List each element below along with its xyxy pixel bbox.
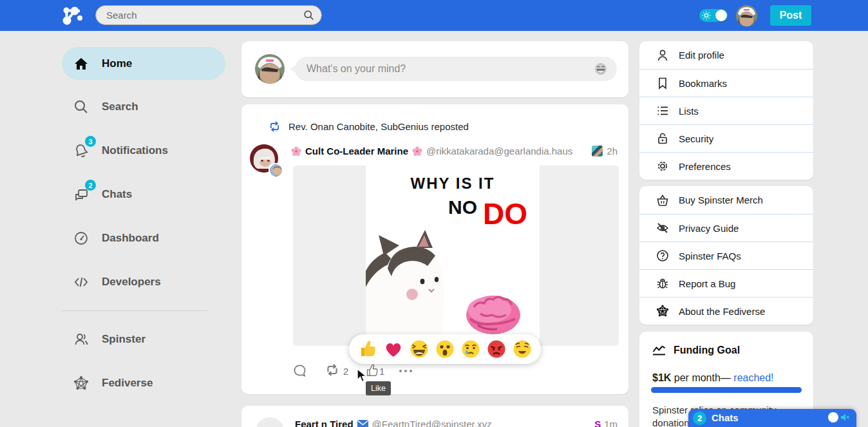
reaction-picker — [349, 334, 541, 364]
emoji-picker-icon[interactable] — [594, 62, 608, 76]
reaction-thumbs-up-icon[interactable] — [358, 339, 377, 359]
meme-text-line1: WHY IS IT — [366, 175, 540, 193]
chats-sound-toggle[interactable] — [828, 412, 850, 422]
current-user-avatar[interactable] — [736, 5, 757, 26]
home-icon — [73, 56, 89, 71]
post-media[interactable]: WHY IS IT NO DO — [293, 166, 619, 346]
sidebar-item-home[interactable]: Home — [62, 47, 225, 80]
menu-item-bookmarks[interactable]: Bookmarks — [639, 69, 813, 97]
speaker-mute-icon — [840, 412, 850, 422]
funding-period: per month — [671, 372, 720, 383]
menu-item-label: Security — [679, 133, 713, 144]
composer-card: What's on your mind? — [241, 41, 628, 97]
lock-icon — [656, 132, 669, 145]
flower-emoji — [412, 146, 422, 157]
chats-popup-badge: 2 — [693, 412, 706, 425]
post-card: Rev. Onan Canobite, SubGenius reposted — [241, 104, 628, 394]
search-icon[interactable] — [303, 10, 314, 21]
spinster-logo-icon[interactable] — [61, 5, 84, 26]
composer-avatar[interactable] — [255, 54, 285, 84]
menu-item-merch[interactable]: Buy Spinster Merch — [639, 186, 813, 214]
sound-toggle-knob — [828, 412, 838, 422]
reaction-angry-icon[interactable] — [487, 339, 506, 359]
funding-amount: $1K — [652, 372, 671, 383]
site-menu-card: Buy Spinster Merch Privacy Guide Spinste… — [639, 186, 813, 325]
chats-popup[interactable]: 2 Chats — [688, 409, 856, 427]
post-timestamp[interactable]: 2h — [607, 146, 618, 157]
post-author-line[interactable]: Cult Co-Leader Marine @rikkatakarada@gea… — [291, 146, 619, 157]
repost-count: 2 — [343, 366, 348, 377]
menu-item-edit-profile[interactable]: Edit profile — [639, 41, 813, 69]
sidebar-item-search[interactable]: Search — [62, 97, 225, 117]
funding-goal-title: Funding Goal — [674, 345, 740, 356]
comment-button[interactable] — [293, 364, 307, 377]
repost-button[interactable] — [325, 364, 339, 376]
cat-brain-illustration — [366, 166, 540, 346]
menu-item-label: Buy Spinster Merch — [679, 195, 763, 205]
sidebar-item-label: Chats — [102, 188, 132, 201]
search-input[interactable] — [95, 5, 322, 25]
meme-image: WHY IS IT NO DO — [366, 166, 540, 346]
menu-item-about-fediverse[interactable]: About the Fediverse — [639, 297, 813, 325]
composer-placeholder: What's on your mind? — [307, 63, 594, 75]
menu-item-label: Lists — [679, 106, 699, 117]
reaction-heart-icon[interactable] — [384, 339, 403, 359]
sun-icon — [702, 11, 711, 20]
eye-slash-icon — [656, 222, 669, 234]
repost-context-text: Rev. Onan Canobite, SubGenius reposted — [288, 121, 469, 132]
theme-toggle[interactable] — [699, 9, 728, 22]
menu-item-privacy-guide[interactable]: Privacy Guide — [639, 214, 813, 242]
instance-emoji-icon — [592, 146, 603, 157]
reposter-avatar[interactable] — [269, 163, 283, 178]
basket-icon — [656, 194, 669, 207]
meme-text-line2: NO — [448, 196, 477, 218]
bug-icon — [656, 277, 669, 290]
next-post-author-name[interactable]: Feart n Tired — [295, 419, 354, 427]
question-circle-icon — [656, 249, 669, 262]
next-post-timestamp[interactable]: 1m — [604, 419, 618, 427]
next-post-badge: S — [594, 419, 601, 427]
code-icon — [73, 274, 89, 290]
funding-reached-link[interactable]: reached! — [733, 372, 773, 383]
repost-context: Rev. Onan Canobite, SubGenius reposted — [269, 121, 469, 132]
next-post-card: Feart n Tired @FeartnTired@spinster.xyz … — [241, 406, 628, 427]
search-box — [95, 5, 322, 25]
meme-text-line3: DO — [483, 196, 527, 231]
flower-emoji — [291, 146, 301, 157]
account-menu-card: Edit profile Bookmarks Lists Secur — [639, 41, 813, 180]
sidebar-divider — [62, 310, 207, 311]
menu-item-security[interactable]: Security — [639, 124, 813, 152]
dashboard-icon — [73, 231, 89, 246]
notifications-badge: 3 — [85, 136, 96, 147]
menu-item-label: Spinster FAQs — [679, 251, 741, 261]
menu-item-report-bug[interactable]: Report a Bug — [639, 269, 813, 297]
reaction-surprised-icon[interactable] — [435, 339, 455, 359]
next-post-avatar[interactable] — [255, 417, 285, 427]
chats-badge: 2 — [85, 180, 96, 191]
sidebar-item-label: Spinster — [102, 333, 146, 346]
list-icon — [656, 104, 669, 117]
sidebar-item-developers[interactable]: Developers — [62, 272, 225, 292]
search-icon — [73, 99, 89, 115]
more-options-button[interactable] — [399, 370, 412, 372]
post-button[interactable]: Post — [770, 5, 811, 26]
fediverse-filled-icon — [656, 305, 669, 318]
sidebar-item-spinster[interactable]: Spinster — [62, 329, 225, 350]
menu-item-faqs[interactable]: Spinster FAQs — [639, 242, 813, 269]
menu-item-label: Bookmarks — [679, 78, 727, 89]
sidebar-item-dashboard[interactable]: Dashboard — [62, 228, 225, 249]
post-author-name: Cult Co-Leader Marine — [305, 146, 408, 157]
reaction-weary-icon[interactable] — [513, 339, 532, 359]
like-tooltip: Like — [366, 381, 391, 395]
reaction-crying-icon[interactable] — [461, 339, 480, 359]
fediverse-icon — [73, 375, 89, 391]
sidebar-item-fediverse[interactable]: Fediverse — [62, 373, 225, 394]
reaction-laughing-icon[interactable] — [410, 339, 429, 359]
like-count: 1 — [379, 366, 384, 377]
menu-item-preferences[interactable]: Preferences — [639, 152, 813, 180]
mouse-cursor — [355, 368, 368, 383]
sidebar-item-label: Fediverse — [102, 377, 153, 390]
menu-item-lists[interactable]: Lists — [639, 97, 813, 124]
composer-input[interactable]: What's on your mind? — [295, 57, 617, 81]
sidebar-item-label: Notifications — [102, 144, 168, 157]
